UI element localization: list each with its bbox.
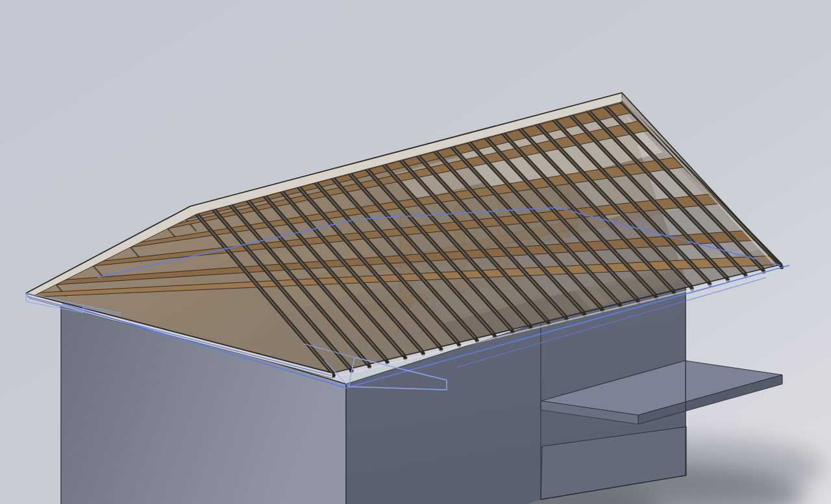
cad-viewport[interactable] <box>0 0 831 504</box>
model-scene <box>0 0 831 504</box>
